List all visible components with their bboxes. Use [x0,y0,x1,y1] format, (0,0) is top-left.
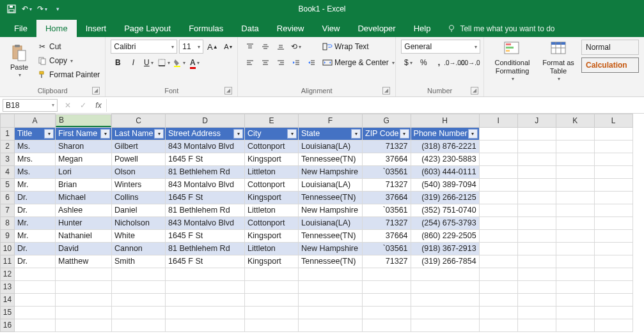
table-cell[interactable]: Lori [56,165,112,178]
decrease-decimal-icon[interactable]: .00→.0 [462,56,476,70]
column-header[interactable]: I [479,114,517,128]
cell[interactable] [479,268,517,280]
cell[interactable] [556,178,594,191]
cell[interactable] [411,319,479,331]
font-size-select[interactable]: 11▾ [179,40,203,54]
bold-button[interactable]: B [111,56,125,70]
filter-dropdown-icon[interactable]: ▾ [400,129,409,139]
underline-button[interactable]: U▾ [141,56,155,70]
table-cell[interactable]: 71327 [363,255,411,268]
cell[interactable] [594,204,632,216]
filter-dropdown-icon[interactable]: ▾ [100,129,110,139]
row-header[interactable]: 4 [1,165,15,178]
row-header[interactable]: 7 [1,204,15,216]
cell[interactable] [479,216,517,229]
table-cell[interactable]: Cottonport [245,216,299,229]
cell[interactable] [56,280,112,293]
table-header-cell[interactable]: City▾ [245,127,299,140]
table-header-cell[interactable]: Last Name▾ [112,127,166,140]
cell[interactable] [556,242,594,255]
fill-color-button[interactable]: ▾ [172,56,186,70]
cell[interactable] [479,319,517,331]
table-cell[interactable]: 37664 [363,153,411,165]
table-cell[interactable]: Dr. [15,242,56,255]
cell[interactable] [517,255,556,268]
table-cell[interactable]: 1645 F St [166,255,245,268]
cell[interactable] [556,216,594,229]
row-header[interactable]: 1 [1,127,15,140]
cell[interactable] [479,165,517,178]
row-header[interactable]: 9 [1,229,15,242]
table-cell[interactable]: Dr. [15,191,56,204]
tab-developer[interactable]: Developer [349,20,404,37]
table-cell[interactable]: (319) 266-2125 [411,191,479,204]
wrap-text-button[interactable]: Wrap Text [322,40,395,54]
cell[interactable] [594,255,632,268]
table-cell[interactable]: 843 Montalvo Blvd [166,140,245,153]
filter-dropdown-icon[interactable]: ▾ [154,129,164,139]
increase-font-icon[interactable]: A▲ [205,40,219,54]
cell[interactable] [299,306,363,319]
table-cell[interactable]: 843 Montalvo Blvd [166,216,245,229]
cell[interactable] [479,127,517,140]
table-cell[interactable]: Kingsport [245,191,299,204]
cell[interactable] [299,280,363,293]
paste-button[interactable]: Paste ▾ [5,40,33,82]
column-header[interactable]: E [245,114,299,128]
column-header[interactable]: K [556,114,594,128]
cell[interactable] [517,293,556,306]
table-cell[interactable]: 71327 [363,140,411,153]
cell[interactable] [166,293,245,306]
cell[interactable] [594,153,632,165]
table-cell[interactable]: 81 Bethlehem Rd [166,165,245,178]
table-cell[interactable]: Powell [112,153,166,165]
table-cell[interactable]: 1645 F St [166,229,245,242]
table-header-cell[interactable]: First Name▾ [56,127,112,140]
table-cell[interactable]: 37664 [363,229,411,242]
cell[interactable] [479,255,517,268]
cell[interactable] [479,140,517,153]
cell[interactable] [112,280,166,293]
cell[interactable] [112,293,166,306]
cell[interactable] [517,165,556,178]
align-top-icon[interactable] [243,40,257,54]
cell[interactable] [556,153,594,165]
cell[interactable] [594,319,632,331]
row-header[interactable]: 8 [1,216,15,229]
table-header-cell[interactable]: ZIP Code▾ [363,127,411,140]
cell[interactable] [517,319,556,331]
cell-style-normal[interactable]: Normal [581,40,639,55]
table-cell[interactable]: Tennessee(TN) [299,153,363,165]
table-cell[interactable]: (352) 751-0740 [411,204,479,216]
border-button[interactable]: ▾ [157,56,171,70]
table-cell[interactable]: Daniel [112,204,166,216]
cell[interactable] [594,242,632,255]
column-header[interactable]: F [299,114,363,128]
cell[interactable] [411,280,479,293]
cell[interactable] [479,242,517,255]
cell[interactable] [56,319,112,331]
format-as-table-button[interactable]: Format as Table▾ [539,40,577,82]
cell[interactable] [245,280,299,293]
cell[interactable] [245,306,299,319]
cell[interactable] [517,153,556,165]
table-header-cell[interactable]: State▾ [299,127,363,140]
cell[interactable] [517,242,556,255]
cell[interactable] [15,268,56,280]
table-cell[interactable]: Mr. [15,216,56,229]
table-cell[interactable]: Olson [112,165,166,178]
number-format-select[interactable]: General▾ [401,40,480,54]
column-header[interactable]: L [594,114,632,128]
table-cell[interactable]: Cottonport [245,178,299,191]
cell[interactable] [245,268,299,280]
decrease-indent-icon[interactable] [289,56,303,70]
table-cell[interactable]: Hunter [56,216,112,229]
cell[interactable] [594,306,632,319]
cell[interactable] [556,319,594,331]
cell[interactable] [15,280,56,293]
cell[interactable] [517,191,556,204]
cell[interactable] [166,268,245,280]
cell[interactable] [594,165,632,178]
table-cell[interactable]: Ashlee [56,204,112,216]
table-cell[interactable]: New Hampshire [299,242,363,255]
